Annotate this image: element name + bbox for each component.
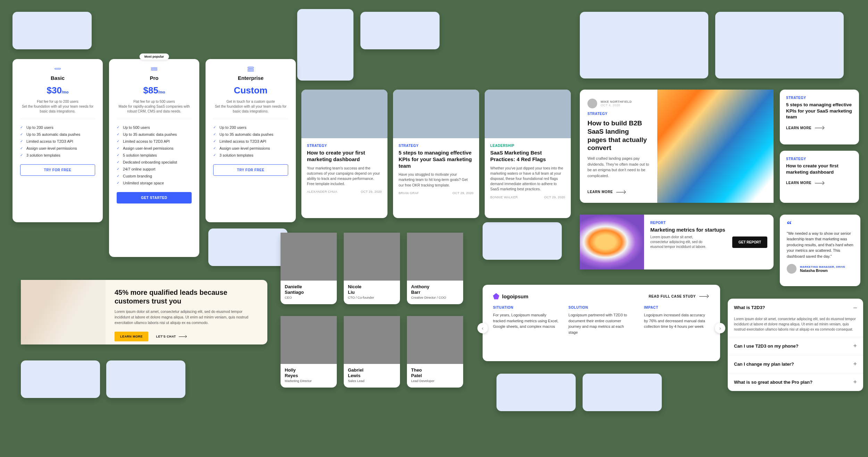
- case-logo: logoipsum: [493, 293, 528, 299]
- tier-name: Enterprise: [213, 75, 288, 81]
- tier-price: $85/mo: [117, 85, 192, 96]
- logo-mark-icon: [493, 293, 499, 299]
- plus-icon: +: [853, 342, 857, 350]
- mini-title: 5 steps to managing effective KPIs for y…: [786, 102, 853, 120]
- learn-more-link[interactable]: LEARN MORE: [587, 190, 650, 194]
- faq-accordion: What is T2D3?–Lorem ipsum dolor sit amet…: [728, 299, 863, 391]
- database-icon: [20, 67, 95, 73]
- case-col-impact: IMPACTLogoipsum increased data accuracy …: [644, 306, 710, 335]
- team-photo: [281, 316, 337, 364]
- team-name: AnthonyBarr: [411, 284, 459, 295]
- feature-list: Up to 500 usersUp to 35 automatic data p…: [117, 124, 192, 186]
- article-card[interactable]: STRATEGY How to create your first market…: [301, 90, 387, 218]
- try-free-button[interactable]: TRY FOR FREE: [213, 164, 288, 176]
- minus-icon: –: [853, 304, 857, 311]
- article-card[interactable]: LEADERSHIP SaaS Marketing Best Practices…: [485, 90, 571, 218]
- feature-item: 24/7 online support: [117, 166, 192, 173]
- report-title: Marketing metrics for startups: [650, 227, 726, 233]
- feature-item: Up to 200 users: [213, 124, 288, 131]
- faq-item[interactable]: What is T2D3?–: [728, 299, 863, 316]
- featured-title: How to build B2B SaaS landing pages that…: [587, 119, 650, 152]
- read-full-case-study-link[interactable]: READ FULL CASE STUDY: [649, 294, 710, 298]
- pricing-card-basic: Basic $30/mo Flat fee for up to 200 user…: [12, 59, 103, 222]
- pricing-card-enterprise: Enterprise Custom Get in touch for a cus…: [206, 59, 296, 222]
- team-card: DanielleSantiagoCEO: [281, 233, 337, 304]
- featured-article[interactable]: MIKE NORTHFIELD OCT 4, 2020 STRATEGY How…: [580, 90, 774, 203]
- feature-item: Limited access to T2D3 API: [20, 138, 95, 145]
- team-card: GabrielLewisSales Lead: [344, 316, 400, 388]
- case-col-situation: SITUATIONFor years, Logoipsum manually t…: [493, 306, 559, 335]
- cta-body: Lorem ipsum dolor sit amet, consectetur …: [115, 309, 258, 325]
- feature-item: Dedicated onboarding specialist: [117, 159, 192, 166]
- plus-icon: +: [853, 360, 857, 368]
- feature-item: Assign user-level permissions: [20, 145, 95, 152]
- mini-feature-card[interactable]: STRATEGY 5 steps to managing effective K…: [780, 90, 859, 144]
- feature-item: Up to 35 automatic data pushes: [117, 131, 192, 138]
- team-role: CTO / Co-founder: [348, 296, 396, 299]
- category-label: STRATEGY: [587, 112, 650, 116]
- team-name: GabrielLewis: [348, 367, 396, 378]
- pricing-card-pro: Most popular Pro $85/mo Flat fee for up …: [109, 59, 199, 257]
- feature-item: 3 solution templates: [20, 152, 95, 159]
- arrow-icon: [179, 335, 188, 338]
- mini-feature-card[interactable]: STRATEGY How to create your first market…: [780, 151, 859, 203]
- placeholder-card: [580, 12, 708, 78]
- popular-badge: Most popular: [140, 53, 169, 60]
- team-name: DanielleSantiago: [285, 284, 333, 295]
- cta-hero: 45% more qualified leads because custome…: [21, 280, 267, 344]
- placeholder-card: [483, 222, 562, 260]
- faq-item[interactable]: What is so great about the Pro plan?+: [728, 373, 863, 391]
- faq-item[interactable]: Can I change my plan later?+: [728, 355, 863, 373]
- placeholder-card: [106, 360, 185, 398]
- tier-name: Pro: [117, 75, 192, 81]
- feature-item: 5 solution templates: [117, 152, 192, 159]
- lets-chat-link[interactable]: LET'S CHAT: [156, 335, 187, 338]
- article-excerpt: Your marketing team's success and the ou…: [307, 166, 382, 187]
- mini-title: How to create your first marketing dashb…: [786, 163, 853, 175]
- author-avatar: [587, 99, 597, 108]
- team-card: HollyReyesMarketing Director: [281, 316, 337, 388]
- tier-price: $30/mo: [20, 85, 95, 96]
- category-label: STRATEGY: [399, 144, 474, 148]
- team-role: Creative Director / COO: [411, 296, 459, 299]
- feature-item: Limited access to T2D3 API: [117, 138, 192, 145]
- arrow-icon: [699, 295, 710, 298]
- category-label: STRATEGY: [307, 144, 382, 148]
- feature-item: Up to 500 users: [117, 124, 192, 131]
- quote-text: "We needed a way to show our senior lead…: [787, 231, 853, 259]
- team-photo: [407, 233, 463, 281]
- team-name: TheoPatel: [411, 367, 459, 378]
- team-photo: [344, 316, 400, 364]
- faq-question: Can I use T2D3 on my phone?: [734, 343, 799, 349]
- learn-more-link[interactable]: LEARN MORE: [786, 181, 825, 185]
- team-photo: [281, 233, 337, 281]
- team-role: Sales Lead: [348, 379, 396, 383]
- article-meta: BONNIE WALKEROCT 29, 2020: [490, 196, 565, 199]
- category-label: LEADERSHIP: [490, 144, 565, 148]
- case-study-card: ‹ › logoipsum READ FULL CASE STUDY SITUA…: [483, 285, 720, 361]
- carousel-prev[interactable]: ‹: [477, 323, 488, 333]
- report-card: REPORT Marketing metrics for startups Lo…: [580, 215, 774, 269]
- arrow-icon: [815, 126, 825, 129]
- get-report-button[interactable]: GET REPORT: [732, 236, 767, 248]
- try-free-button[interactable]: TRY FOR FREE: [20, 164, 95, 176]
- feature-item: Up to 35 automatic data pushes: [20, 131, 95, 138]
- feature-item: Limited access to T2D3 API: [213, 138, 288, 145]
- featured-excerpt: Well crafted landing pages pay dividends…: [587, 156, 650, 178]
- team-photo: [407, 316, 463, 364]
- learn-more-link[interactable]: LEARN MORE: [786, 126, 825, 130]
- category-label: STRATEGY: [786, 157, 853, 161]
- case-col-solution: SOLUTIONLogoipsum partnered with T2D3 to…: [568, 306, 634, 335]
- author-role: MARKETING MANAGER, DRIVE: [800, 265, 845, 268]
- placeholder-card: [12, 12, 92, 49]
- article-image: [485, 90, 571, 138]
- get-started-button[interactable]: GET STARTED: [117, 192, 192, 203]
- cta-image: [21, 280, 106, 344]
- faq-item[interactable]: Can I use T2D3 on my phone?+: [728, 337, 863, 355]
- report-image: [580, 215, 644, 269]
- article-excerpt: Have you struggled to motivate your mark…: [399, 172, 474, 188]
- article-card[interactable]: STRATEGY 5 steps to managing effective K…: [393, 90, 479, 218]
- learn-more-button[interactable]: LEARN MORE: [115, 332, 148, 341]
- carousel-next[interactable]: ›: [715, 323, 725, 333]
- author-name: MIKE NORTHFIELD: [601, 100, 632, 103]
